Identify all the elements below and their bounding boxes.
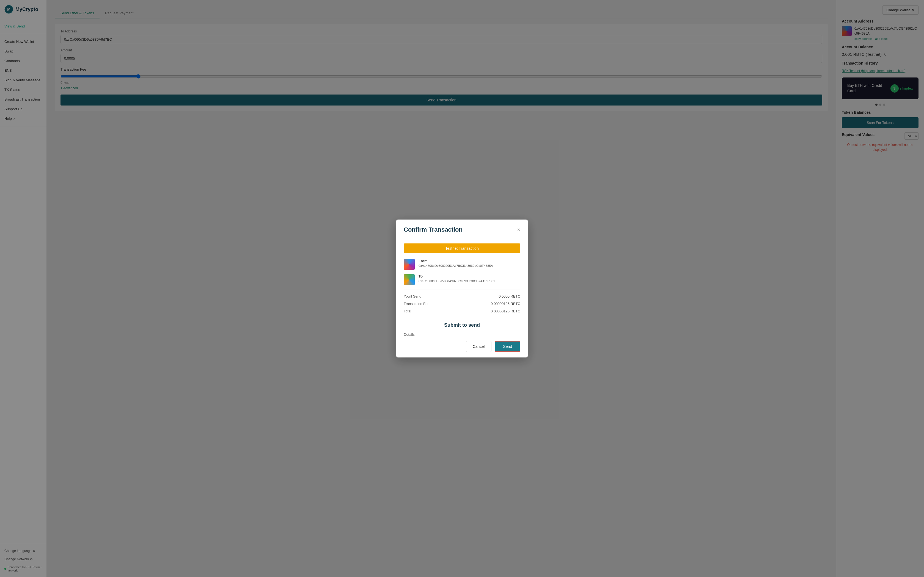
- tx-fee-row: Transaction Fee 0.00000126 RBTC: [404, 302, 520, 306]
- from-address-value: 0xA14708dDe80022051Ac7fbCf343962eCc0F468…: [418, 263, 520, 268]
- tx-fee-label-modal: Transaction Fee: [404, 302, 429, 306]
- from-address-block: From 0xA14708dDe80022051Ac7fbCf343962eCc…: [404, 259, 520, 270]
- total-label: Total: [404, 309, 411, 313]
- modal-header: Confirm Transaction ×: [396, 219, 528, 238]
- total-row: Total 0.00050126 RBTC: [404, 309, 520, 313]
- modal-actions: Cancel Send: [404, 341, 520, 352]
- modal-divider-2: [404, 318, 520, 318]
- send-button[interactable]: Send: [495, 341, 520, 352]
- to-address-value: 0xcCa060d3D6a5880A9d7BCc0938df0CD7AA3173…: [418, 279, 520, 284]
- youll-send-value: 0.0005 RBTC: [499, 294, 520, 298]
- testnet-banner: Testnet Transaction: [404, 243, 520, 253]
- to-avatar: [404, 274, 415, 285]
- modal-overlay[interactable]: Confirm Transaction × Testnet Transactio…: [0, 0, 924, 577]
- total-value: 0.00050126 RBTC: [491, 309, 520, 313]
- tx-fee-value: 0.00000126 RBTC: [491, 302, 520, 306]
- modal-body: Testnet Transaction From 0xA14708dDe8002…: [396, 238, 528, 358]
- confirm-transaction-modal: Confirm Transaction × Testnet Transactio…: [396, 219, 528, 358]
- to-label: To: [418, 274, 520, 278]
- from-avatar: [404, 259, 415, 270]
- details-label: Details: [404, 332, 415, 337]
- cancel-button[interactable]: Cancel: [466, 341, 492, 352]
- details-row: Details: [404, 332, 520, 337]
- modal-title: Confirm Transaction: [404, 226, 462, 233]
- modal-close-button[interactable]: ×: [517, 227, 520, 232]
- to-address-block: To 0xcCa060d3D6a5880A9d7BCc0938df0CD7AA3…: [404, 274, 520, 285]
- submit-label: Submit to send: [404, 322, 520, 328]
- from-label: From: [418, 259, 520, 263]
- youll-send-row: You'll Send 0.0005 RBTC: [404, 294, 520, 298]
- modal-divider-1: [404, 290, 520, 290]
- youll-send-label: You'll Send: [404, 294, 421, 298]
